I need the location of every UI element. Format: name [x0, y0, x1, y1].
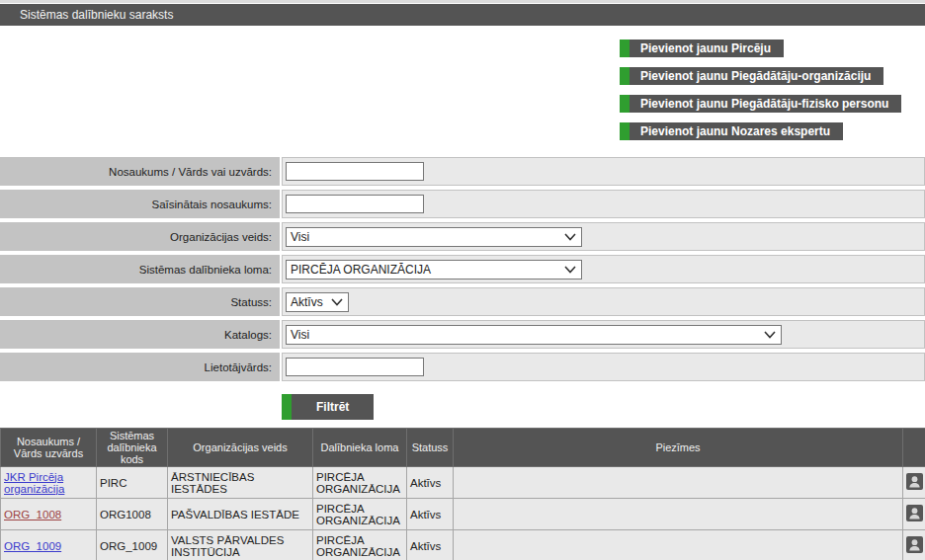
status-cell: Aktīvs	[407, 467, 454, 499]
participant-code-cell: PIRC	[97, 467, 168, 499]
participant-code-cell: ORG1008	[97, 499, 168, 530]
participant-link[interactable]: ORG_1009	[4, 540, 61, 552]
name-input[interactable]	[286, 162, 424, 181]
add-supplier-person-button-label: Pievienot jaunu Piegādātāju-fizisko pers…	[630, 95, 901, 113]
add-buyer-button[interactable]: Pievienot jaunu Pircēju	[620, 40, 784, 57]
user-icon[interactable]	[906, 505, 923, 521]
status-cell: Aktīvs	[282, 287, 925, 316]
filter-row-short-name: Saīsinātais nosaukums:	[0, 190, 925, 218]
add-supplier-person-button[interactable]: Pievienot jaunu Piegādātāju-fizisko pers…	[620, 95, 901, 113]
green-accent-bar	[620, 67, 630, 85]
participants-table-wrapper: Nosaukums / Vārds uzvārds Sistēmas dalīb…	[0, 428, 925, 560]
table-row: ORG_1008 ORG1008 PAŠVALDĪBAS IESTĀDE PIR…	[1, 499, 925, 530]
participant-role-cell: PIRCĒJA ORGANIZĀCIJA	[313, 530, 407, 560]
organization-type-cell: PAŠVALDĪBAS IESTĀDE	[168, 499, 313, 530]
chevron-down-icon	[564, 233, 576, 241]
participant-role-select[interactable]: PIRCĒJA ORGANIZĀCIJA	[286, 260, 582, 280]
filter-row-name: Nosaukums / Vārds vai uzvārds:	[0, 157, 925, 186]
chevron-down-icon	[564, 266, 576, 274]
name-field-label: Nosaukums / Vārds vai uzvārds:	[0, 157, 280, 186]
table-row: JKR Pircēja organizācija PIRC ĀRSTNIECĪB…	[1, 467, 925, 499]
status-cell: Aktīvs	[407, 499, 454, 530]
username-input[interactable]	[286, 358, 424, 376]
filter-row-username: Lietotājvārds:	[0, 353, 925, 381]
catalog-selected-value: Visi	[291, 328, 309, 342]
catalog-label: Katalogs:	[0, 320, 280, 349]
status-label: Statuss:	[0, 287, 280, 316]
notes-cell	[454, 530, 903, 560]
chevron-down-icon	[331, 298, 343, 306]
table-row: ORG_1009 ORG_1009 VALSTS PĀRVALDES INSTI…	[1, 530, 925, 560]
filter-button[interactable]: Filtrēt	[282, 394, 374, 420]
short-name-input[interactable]	[286, 195, 424, 213]
top-divider	[0, 0, 925, 3]
filter-row-status: Statuss: Aktīvs	[0, 287, 925, 316]
filter-row-organization-type: Organizācijas veids: Visi	[0, 222, 925, 251]
status-selected-value: Aktīvs	[291, 295, 323, 309]
header-notes: Piezīmes	[454, 429, 903, 467]
header-status: Statuss	[407, 429, 454, 467]
filter-row-participant-role: Sistēmas dalībnieka loma: PIRCĒJA ORGANI…	[0, 255, 925, 283]
organization-type-cell: ĀRSTNIECĪBAS IESTĀDES	[168, 467, 313, 499]
short-name-field-cell	[282, 190, 925, 218]
add-buyer-button-label: Pievienot jaunu Pircēju	[630, 40, 784, 57]
header-name: Nosaukums / Vārds uzvārds	[1, 429, 97, 467]
filter-form: Nosaukums / Vārds vai uzvārds: Saīsināta…	[0, 157, 925, 385]
filter-button-label: Filtrēt	[292, 394, 374, 420]
green-accent-bar	[620, 95, 630, 113]
green-accent-bar	[282, 394, 292, 420]
username-label: Lietotājvārds:	[0, 353, 280, 381]
catalog-select[interactable]: Visi	[286, 325, 782, 345]
participant-code-cell: ORG_1009	[97, 530, 168, 560]
user-icon[interactable]	[906, 473, 923, 490]
participant-role-cell: PIRCĒJA ORGANIZĀCIJA	[313, 467, 407, 499]
short-name-field-label: Saīsinātais nosaukums:	[0, 190, 280, 218]
participants-table: Nosaukums / Vārds uzvārds Sistēmas dalīb…	[0, 428, 925, 560]
participant-role-cell: PIRCĒJA ORGANIZĀCIJA	[313, 499, 407, 530]
header-organization-type: Organizācijas veids	[168, 429, 313, 467]
green-accent-bar	[620, 40, 630, 57]
organization-type-cell: VALSTS PĀRVALDES INSTITŪCIJA	[168, 530, 313, 560]
participant-link[interactable]: ORG_1008	[4, 509, 61, 520]
user-icon[interactable]	[906, 536, 923, 553]
status-select[interactable]: Aktīvs	[286, 292, 349, 312]
add-industry-expert-button[interactable]: Pievienot jaunu Nozares ekspertu	[620, 122, 843, 140]
notes-cell	[454, 467, 903, 499]
green-accent-bar	[620, 122, 630, 140]
username-cell	[282, 353, 925, 381]
add-supplier-organization-button[interactable]: Pievienot jaunu Piegādātāju-organizāciju	[620, 67, 883, 85]
header-actions	[903, 429, 925, 467]
organization-type-selected-value: Visi	[291, 230, 309, 244]
add-industry-expert-button-label: Pievienot jaunu Nozares ekspertu	[630, 122, 843, 140]
participant-link[interactable]: JKR Pircēja organizācija	[4, 471, 64, 495]
catalog-cell: Visi	[282, 320, 925, 349]
organization-type-label: Organizācijas veids:	[0, 222, 280, 251]
table-header-row: Nosaukums / Vārds uzvārds Sistēmas dalīb…	[1, 429, 925, 467]
header-participant-code: Sistēmas dalībnieka kods	[97, 429, 168, 467]
notes-cell	[454, 499, 903, 530]
organization-type-select[interactable]: Visi	[286, 227, 582, 247]
filter-row-catalog: Katalogs: Visi	[0, 320, 925, 349]
participant-role-selected-value: PIRCĒJA ORGANIZĀCIJA	[291, 263, 431, 277]
chevron-down-icon	[764, 331, 776, 339]
add-buttons-group: Pievienot jaunu Pircēju Pievienot jaunu …	[620, 40, 901, 150]
page-title: Sistēmas dalībnieku saraksts	[0, 4, 925, 26]
participant-role-label: Sistēmas dalībnieka loma:	[0, 255, 280, 283]
system-participants-page: Sistēmas dalībnieku saraksts Pievienot j…	[0, 0, 925, 560]
organization-type-cell: Visi	[282, 222, 925, 251]
name-field-cell	[282, 157, 925, 186]
status-cell: Aktīvs	[407, 530, 454, 560]
add-supplier-organization-button-label: Pievienot jaunu Piegādātāju-organizāciju	[630, 67, 883, 85]
header-participant-role: Dalībnieka loma	[313, 429, 407, 467]
participant-role-cell: PIRCĒJA ORGANIZĀCIJA	[282, 255, 925, 283]
